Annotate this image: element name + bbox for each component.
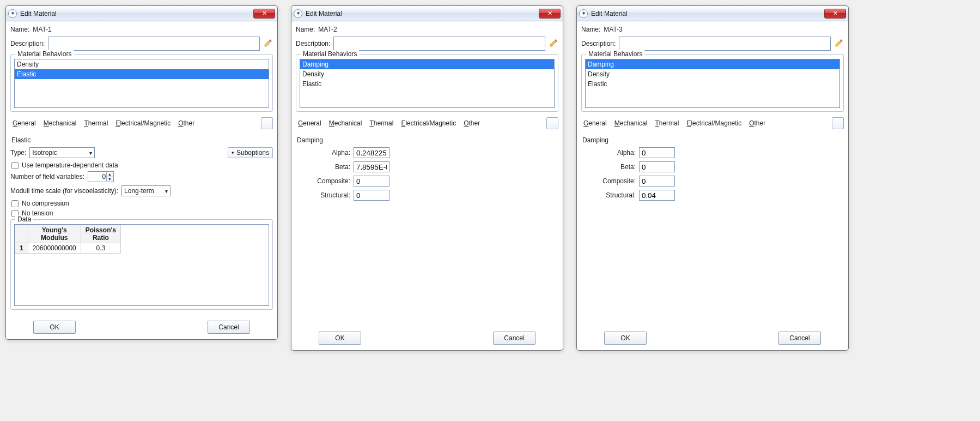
titlebar[interactable]: ✦Edit Material✕	[291, 6, 563, 21]
menu-other[interactable]: Other	[464, 119, 480, 127]
titlebar[interactable]: ✦Edit Material✕	[577, 6, 848, 21]
spin-down-icon[interactable]: ▼	[106, 177, 113, 182]
no-compression-checkbox[interactable]	[11, 200, 19, 207]
moduli-select-value: Long-term	[124, 187, 154, 195]
pencil-icon	[835, 39, 843, 49]
damping-beta-input[interactable]	[639, 161, 675, 172]
description-input[interactable]	[619, 37, 831, 51]
behavior-item-elastic[interactable]: Elastic	[300, 79, 554, 89]
damping-alpha-input[interactable]	[354, 147, 389, 158]
description-input[interactable]	[333, 37, 545, 51]
fieldvars-label: Number of field variables:	[10, 173, 84, 181]
edit-behaviors-button[interactable]	[546, 117, 558, 129]
menu-electrical-magnetic[interactable]: Electrical/Magnetic	[401, 119, 456, 127]
cell-poisson[interactable]: 0.3	[81, 243, 120, 254]
behavior-item-damping[interactable]: Damping	[586, 59, 839, 69]
menu-mechanical[interactable]: Mechanical	[44, 119, 77, 127]
ok-button[interactable]: OK	[33, 321, 76, 334]
menu-thermal[interactable]: Thermal	[369, 119, 393, 127]
cancel-button[interactable]: Cancel	[493, 332, 535, 345]
damping-row-structural: Structural:	[307, 190, 558, 201]
type-label: Type:	[10, 149, 26, 157]
close-button[interactable]: ✕	[539, 9, 561, 19]
damping-row-beta: Beta:	[592, 161, 844, 172]
behavior-item-elastic[interactable]: Elastic	[586, 79, 839, 89]
data-col-1[interactable]: Poisson'sRatio	[81, 225, 120, 243]
damping-row-composite: Composite:	[307, 176, 558, 187]
suboptions-button[interactable]: ▾Suboptions	[228, 147, 273, 158]
edit-description-button[interactable]	[549, 39, 558, 49]
cancel-button[interactable]: Cancel	[208, 321, 250, 334]
data-col-0[interactable]: Young'sModulus	[28, 225, 81, 243]
moduli-select[interactable]: Long-term▾	[121, 185, 171, 196]
menu-general[interactable]: General	[583, 119, 607, 127]
close-button[interactable]: ✕	[824, 9, 846, 19]
data-row[interactable]: 12060000000000.3	[15, 243, 121, 254]
spin-up-icon[interactable]: ▲	[106, 172, 113, 177]
behaviors-listbox[interactable]: DampingDensityElastic	[585, 59, 840, 108]
damping-beta-label: Beta:	[307, 163, 350, 171]
edit-behaviors-button[interactable]	[261, 117, 273, 129]
data-table-container[interactable]: Young'sModulusPoisson'sRatio120600000000…	[14, 224, 269, 306]
moduli-label: Moduli time scale (for viscoelasticity):	[10, 187, 118, 195]
behavior-item-density[interactable]: Density	[15, 59, 269, 69]
menu-electrical-magnetic[interactable]: Electrical/Magnetic	[686, 119, 741, 127]
behavior-menubar: GeneralMechanicalThermalElectrical/Magne…	[10, 115, 273, 133]
damping-alpha-label: Alpha:	[592, 149, 636, 157]
cancel-button[interactable]: Cancel	[778, 332, 821, 345]
name-label: Name:	[581, 26, 600, 33]
edit-behaviors-button[interactable]	[832, 117, 844, 129]
damping-structural-input[interactable]	[354, 190, 389, 201]
damping-composite-input[interactable]	[354, 176, 389, 187]
menu-thermal[interactable]: Thermal	[84, 119, 108, 127]
name-value: MAT-2	[318, 26, 337, 33]
material-behaviors-label: Material Behaviors	[301, 50, 359, 58]
menu-electrical-magnetic[interactable]: Electrical/Magnetic	[115, 119, 171, 127]
moduli-row: Moduli time scale (for viscoelasticity):…	[10, 185, 273, 196]
dialog-body: Name:MAT-1Description:Material Behaviors…	[6, 21, 277, 316]
dialog-body: Name:MAT-3Description:Material Behaviors…	[577, 21, 848, 327]
menu-general[interactable]: General	[13, 119, 36, 127]
behavior-item-damping[interactable]: Damping	[300, 59, 554, 69]
ok-button[interactable]: OK	[604, 332, 647, 345]
damping-row-alpha: Alpha:	[592, 147, 844, 158]
name-row: Name:MAT-3	[581, 26, 844, 33]
chevron-down-icon: ▾	[89, 150, 92, 156]
menu-other[interactable]: Other	[178, 119, 194, 127]
close-icon: ✕	[262, 10, 267, 17]
menu-general[interactable]: General	[298, 119, 321, 127]
menu-mechanical[interactable]: Mechanical	[329, 119, 362, 127]
use-temp-checkbox-row[interactable]: Use temperature-dependent data	[11, 161, 273, 169]
edit-description-button[interactable]	[834, 39, 844, 49]
damping-structural-input[interactable]	[639, 190, 675, 201]
edit-description-button[interactable]	[263, 39, 273, 49]
no-compression-checkbox-row[interactable]: No compression	[11, 200, 273, 207]
type-select[interactable]: Isotropic▾	[29, 147, 95, 158]
chevron-down-icon: ▾	[232, 150, 234, 155]
damping-beta-input[interactable]	[354, 161, 389, 172]
pane-filler	[296, 204, 558, 324]
behaviors-listbox[interactable]: DampingDensityElastic	[300, 59, 555, 108]
titlebar[interactable]: ✦Edit Material✕	[6, 6, 277, 21]
description-input[interactable]	[48, 37, 260, 51]
menu-other[interactable]: Other	[749, 119, 765, 127]
ok-button[interactable]: OK	[319, 332, 361, 345]
name-row: Name:MAT-2	[296, 26, 558, 33]
damping-composite-input[interactable]	[639, 176, 675, 187]
use-temp-checkbox[interactable]	[11, 162, 19, 169]
data-table[interactable]: Young'sModulusPoisson'sRatio120600000000…	[15, 225, 121, 254]
behavior-item-density[interactable]: Density	[300, 69, 554, 79]
close-icon: ✕	[547, 10, 552, 17]
fieldvars-value: 0	[102, 173, 106, 181]
damping-alpha-input[interactable]	[639, 147, 675, 158]
behavior-item-elastic[interactable]: Elastic	[15, 69, 269, 79]
no-tension-checkbox-row[interactable]: No tension	[11, 209, 273, 217]
behavior-item-density[interactable]: Density	[586, 69, 839, 79]
fieldvars-spinner[interactable]: 0▲▼	[88, 171, 114, 182]
menu-thermal[interactable]: Thermal	[655, 119, 679, 127]
damping-row-composite: Composite:	[592, 176, 844, 187]
menu-mechanical[interactable]: Mechanical	[614, 119, 648, 127]
behaviors-listbox[interactable]: DensityElastic	[14, 59, 269, 108]
cell-youngs[interactable]: 206000000000	[28, 243, 81, 254]
close-button[interactable]: ✕	[253, 9, 275, 19]
